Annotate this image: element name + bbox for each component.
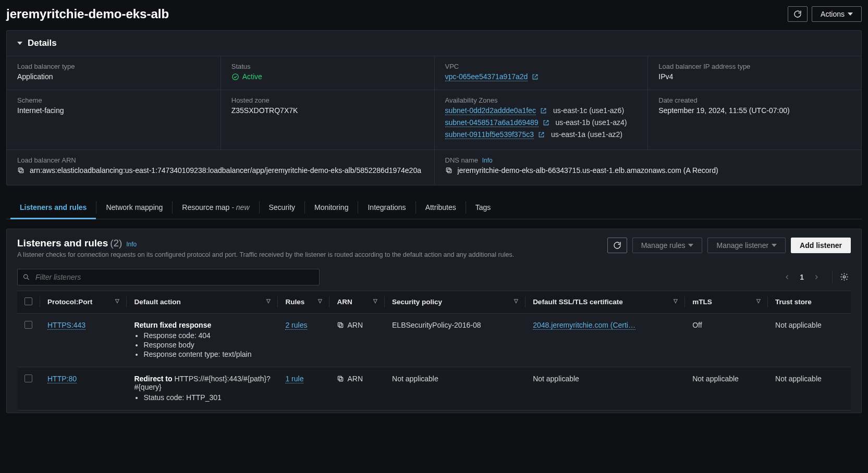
filter-row: 1 — [17, 269, 851, 285]
tab-tags[interactable]: Tags — [466, 196, 500, 219]
lb-type-cell: Load balancer type Application — [7, 56, 221, 90]
sort-icon: ▽ — [514, 298, 518, 304]
vpc-value: vpc-065ee54371a917a2d — [445, 72, 638, 81]
arn-text: ARN — [347, 375, 363, 383]
protocol-link[interactable]: HTTPS:443 — [47, 321, 85, 330]
select-all-checkbox[interactable] — [25, 297, 32, 305]
col-mtls[interactable]: mTLS▽ — [685, 291, 768, 313]
az-list: subnet-0dd2d2addde0a1fec us-east-1c (use… — [445, 106, 638, 139]
col-cert[interactable]: Default SSL/TLS certificate▽ — [525, 291, 685, 313]
svg-rect-2 — [18, 168, 22, 171]
scheme-value: Internet-facing — [17, 106, 210, 115]
action-title: Return fixed response — [134, 321, 271, 329]
rules-link[interactable]: 1 rule — [285, 375, 303, 383]
svg-rect-10 — [338, 376, 342, 380]
tab-listeners[interactable]: Listeners and rules — [10, 196, 96, 219]
sort-icon: ▽ — [266, 298, 271, 304]
rules-link[interactable]: 2 rules — [285, 321, 307, 330]
vpc-label: VPC — [445, 63, 638, 70]
default-action-cell: Return fixed response Response code: 404… — [127, 313, 278, 367]
listeners-count: (2) — [110, 238, 122, 248]
tab-network-mapping[interactable]: Network mapping — [96, 196, 172, 219]
external-link-icon — [540, 107, 547, 114]
listeners-desc: A listener checks for connection request… — [17, 251, 514, 258]
table-settings-button[interactable] — [832, 270, 851, 283]
listeners-toolbar: Manage rules Manage listener Add listene… — [607, 238, 851, 253]
default-action-cell: Redirect to HTTPS://#{host}:443/#{path}?… — [127, 367, 278, 410]
security-policy-cell: Not applicable — [385, 367, 525, 410]
ip-type-value: IPv4 — [658, 72, 851, 81]
subnet-link[interactable]: subnet-0dd2d2addde0a1fec — [445, 106, 536, 115]
svg-rect-7 — [339, 323, 343, 327]
col-rules[interactable]: Rules▽ — [278, 291, 329, 313]
check-circle-icon — [231, 73, 239, 81]
cert-link[interactable]: 2048.jeremyritchie.com (Certi… — [533, 321, 635, 330]
action-line: Response body — [143, 341, 271, 349]
external-link-icon — [532, 73, 539, 80]
copy-icon[interactable] — [337, 321, 344, 329]
prev-page-button[interactable] — [781, 273, 793, 281]
page-number: 1 — [800, 273, 804, 281]
subnet-link[interactable]: subnet-0911bf5e539f375c3 — [445, 130, 534, 139]
tab-monitoring[interactable]: Monitoring — [305, 196, 358, 219]
sort-icon: ▽ — [115, 298, 119, 304]
page-header: jeremyritchie-demo-eks-alb Actions — [6, 4, 862, 30]
copy-icon[interactable] — [337, 375, 344, 382]
az-label: Availability Zones — [445, 96, 638, 104]
security-policy-cell: ELBSecurityPolicy-2016-08 — [385, 313, 525, 367]
add-listener-button[interactable]: Add listener — [791, 238, 851, 253]
action-list: Status code: HTTP_301 — [143, 393, 271, 402]
tab-security[interactable]: Security — [260, 196, 305, 219]
tab-integrations[interactable]: Integrations — [358, 196, 415, 219]
dns-info-link[interactable]: Info — [482, 157, 493, 164]
action-line: Response content type: text/plain — [143, 350, 271, 358]
refresh-icon — [793, 10, 802, 18]
caret-down-icon — [772, 244, 777, 247]
copy-icon[interactable] — [445, 167, 453, 174]
arn-label: Load balancer ARN — [17, 156, 424, 164]
pager: 1 — [781, 270, 851, 283]
col-action[interactable]: Default action▽ — [127, 291, 278, 313]
listeners-info-link[interactable]: Info — [126, 241, 137, 248]
next-page-button[interactable] — [810, 273, 823, 281]
svg-rect-9 — [339, 377, 343, 381]
table-row: HTTPS:443 Return fixed response Response… — [17, 313, 851, 367]
details-panel-header[interactable]: Details — [7, 31, 861, 56]
actions-button[interactable]: Actions — [812, 6, 862, 22]
details-panel: Details Load balancer type Application S… — [6, 30, 862, 185]
listeners-refresh-button[interactable] — [607, 238, 627, 253]
trust-cell: Not applicable — [768, 313, 851, 367]
lb-type-label: Load balancer type — [17, 63, 210, 70]
vpc-link[interactable]: vpc-065ee54371a917a2d — [445, 72, 528, 81]
scheme-cell: Scheme Internet-facing — [7, 90, 221, 150]
date-label: Date created — [658, 96, 851, 104]
hosted-zone-cell: Hosted zone Z35SXDOTRQ7X7K — [221, 90, 434, 150]
row-checkbox[interactable] — [25, 375, 32, 382]
listeners-title: Listeners and rules — [17, 238, 108, 248]
action-title: Redirect to HTTPS://#{host}:443/#{path}?… — [134, 375, 271, 391]
listeners-section-head: Listeners and rules (2) Info A listener … — [17, 238, 851, 264]
caret-down-icon — [848, 13, 853, 16]
manage-listener-button[interactable]: Manage listener — [707, 238, 786, 253]
arn-value: arn:aws:elasticloadbalancing:us-east-1:7… — [17, 166, 424, 175]
col-arn[interactable]: ARN▽ — [329, 291, 385, 313]
copy-icon[interactable] — [17, 167, 25, 174]
col-protocol[interactable]: Protocol:Port▽ — [40, 291, 127, 313]
sort-icon: ▽ — [674, 298, 678, 304]
sort-icon: ▽ — [373, 298, 377, 304]
tab-resource-map[interactable]: Resource map - new — [173, 196, 259, 219]
search-icon — [22, 273, 30, 281]
subnet-link[interactable]: subnet-0458517a6a1d69489 — [445, 118, 539, 127]
row-checkbox[interactable] — [25, 321, 32, 329]
protocol-link[interactable]: HTTP:80 — [47, 375, 77, 383]
col-security[interactable]: Security policy▽ — [385, 291, 525, 313]
filter-listeners-input[interactable] — [17, 269, 320, 285]
az-line: subnet-0458517a6a1d69489 us-east-1b (use… — [445, 118, 638, 127]
dns-cell: DNS name Info jeremyritchie-demo-eks-alb… — [434, 150, 862, 185]
tab-attributes[interactable]: Attributes — [416, 196, 466, 219]
refresh-button[interactable] — [788, 6, 808, 22]
status-value: Active — [231, 72, 262, 81]
manage-rules-button[interactable]: Manage rules — [632, 238, 703, 253]
svg-rect-4 — [446, 168, 450, 171]
caret-down-icon — [17, 42, 22, 45]
